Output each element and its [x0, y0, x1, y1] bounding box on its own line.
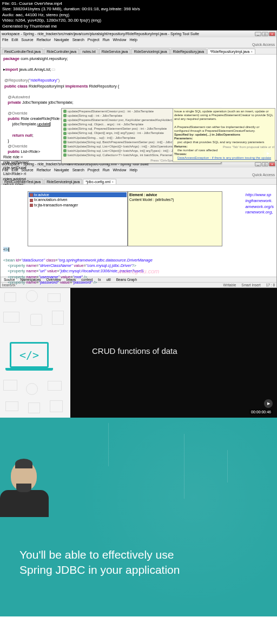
xml-doc-popup: Element : advice Content Model : (attrib…	[128, 191, 222, 246]
tab[interactable]: RestControllerTest.java	[2, 49, 43, 54]
partial-visible-text: http://www.sp ingframework. amework.org/…	[246, 192, 274, 216]
meta-size: Size: 3882041bytes (3.70 MiB), duration:…	[2, 6, 275, 12]
element-icon	[30, 193, 33, 197]
maximize-button[interactable]: □	[262, 32, 268, 36]
meta-gen: Generated by Thumbnail me	[2, 24, 275, 29]
code-icon: </>	[19, 348, 39, 361]
meta-video: Video: h264, yuv420p, 1280x720, 30.00 fp…	[2, 18, 275, 23]
window-title: workspace - Spring - ride_tracker/src/ma…	[2, 32, 199, 36]
watermark: www.cg-ku.com	[117, 267, 159, 276]
close-tab-icon[interactable]: ×	[250, 50, 253, 53]
menu-item[interactable]: Source	[21, 38, 33, 42]
menu-item[interactable]: Run	[103, 38, 110, 42]
xml-assist-popup[interactable]: tx:advice tx:annotation-driven tx:jta-tr…	[28, 191, 222, 246]
menu-item[interactable]: Window	[113, 38, 126, 42]
meta-audio: Audio: aac, 44100 Hz, stereo (eng)	[2, 12, 275, 18]
close-button[interactable]: ×	[269, 32, 275, 36]
menu-item[interactable]: Search	[72, 38, 84, 42]
laptop-icon: </>	[10, 342, 53, 371]
video-metadata: File: 01- Course OverView.mp4 Size: 3882…	[0, 0, 277, 30]
javadoc-popup: Issue a single SQL update operation (suc…	[173, 108, 275, 162]
quick-access[interactable]: Quick Access	[252, 43, 275, 46]
slide-text: You'll be able to effectively use Spring…	[19, 547, 180, 578]
slide-crud: </> CRUD functions of data ▶ 00:00:00:46	[0, 288, 277, 418]
tab[interactable]: RideService.java	[99, 49, 131, 54]
method-icon	[63, 110, 67, 113]
tab[interactable]: notes.txt	[80, 49, 98, 54]
ide-window-java: workspace - Spring - ride_tracker/src/ma…	[0, 30, 277, 160]
hint2: Press 'Tab' from proposal table or cl	[223, 145, 274, 149]
menu-item[interactable]: Navigate	[54, 38, 69, 42]
xml-assist-item[interactable]: tx:advice	[29, 192, 127, 197]
menu-item[interactable]: Help	[129, 38, 137, 42]
minimize-button[interactable]: _	[255, 32, 261, 36]
code-editor[interactable]: package package com.pluralsight.reposito…	[1, 55, 276, 160]
text-cursor	[50, 122, 50, 126]
tab[interactable]: RideServiceImpl.java	[131, 49, 169, 54]
slide-heading: CRUD functions of data	[92, 346, 177, 355]
meta-file: File: 01- Course OverView.mp4	[2, 1, 275, 6]
titlebar[interactable]: workspace - Spring - ride_tracker/src/ma…	[1, 31, 276, 37]
toolbar: Quick Access	[1, 42, 276, 48]
tab-active[interactable]: *RideRepositoryImpl.java×	[207, 49, 255, 54]
menu-item[interactable]: Project	[88, 38, 100, 42]
editor-tabs: RestControllerTest.java RideController.j…	[1, 48, 276, 55]
xml-assist-item[interactable]: tx:annotation-driven	[29, 197, 127, 202]
person-graphic	[11, 461, 49, 517]
menu-item[interactable]: Edit	[11, 38, 18, 42]
tab[interactable]: RideRepository.java	[170, 49, 207, 54]
menubar: File Edit Source Refactor Navigate Searc…	[1, 37, 276, 42]
menu-item[interactable]: Refactor	[37, 38, 51, 42]
play-icon[interactable]: ▶	[263, 149, 272, 158]
menu-item[interactable]: File	[2, 38, 8, 42]
tab[interactable]: RideController.java	[44, 49, 79, 54]
pattern-sidebar: </>	[0, 288, 70, 418]
xml-editor[interactable]: tx:advice tx:annotation-driven tx:jta-tr…	[1, 185, 276, 277]
play-icon[interactable]: ▶	[264, 399, 273, 408]
slide-teal: You'll be able to effectively use Spring…	[0, 418, 277, 616]
xml-assist-item[interactable]: tx:jta-transaction-manager	[29, 203, 127, 207]
timestamp: 00:00:00:46	[249, 410, 273, 414]
